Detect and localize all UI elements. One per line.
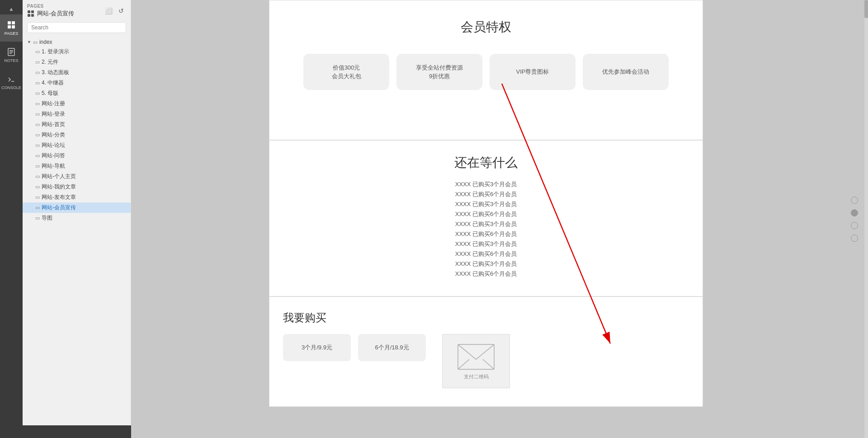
sidebar-item-sitemap[interactable]: ▭ 导图 [23,213,131,223]
page-doc-icon: ▭ [35,205,40,211]
list-item: XXXX 已购买3个月会员 [455,220,517,228]
page-label: 网站-分类 [42,131,65,139]
benefit-card-discount: 享受全站付费资源 9折优惠 [396,54,482,90]
page-doc-icon: ▭ [35,101,40,107]
page-doc-icon: ▭ [35,194,40,200]
page-doc-icon: ▭ [35,111,40,117]
benefit-card-vip: VIP尊贵图标 [490,54,576,90]
page-label: 网站-个人主页 [42,173,76,180]
folder-icon: ▭ [33,39,38,45]
sidebar: PAGES 网站-会员宣传 ⬜ ↺ ▼ ▭ index [23,0,131,438]
sidebar-item-member[interactable]: ▭ 网站-会员宣传 [23,203,131,213]
sidebar-item-login-demo[interactable]: ▭ 1. 登录演示 [23,47,131,57]
canvas-inner: 会员特权 价值300元 会员大礼包 享受全站付费资源 9折优惠 VIP尊贵图标 … [131,0,868,438]
list-item: XXXX 已购买3个月会员 [455,180,517,188]
page-doc-icon: ▭ [35,174,40,179]
page-doc-icon: ▭ [35,132,40,138]
buy-card-3m[interactable]: 3个月/9.9元 [283,334,351,361]
toolbar-item-console[interactable]: CONSOLE [0,69,23,96]
sidebar-item-home[interactable]: ▭ 网站-首页 [23,119,131,130]
pagination-dot-3[interactable] [851,222,858,229]
sidebar-item-nav[interactable]: ▭ 网站-导航 [23,161,131,171]
notes-label: NOTES [4,58,18,63]
toolbar-item-notes[interactable]: NOTES [0,42,23,69]
pages-section-label: PAGES [27,4,74,9]
sidebar-item-login[interactable]: ▭ 网站-登录 [23,109,131,119]
membership-title: 会员特权 [283,19,689,36]
sidebar-item-dynamic-panel[interactable]: ▭ 3. 动态面板 [23,67,131,78]
page-doc-icon: ▭ [35,184,40,190]
buy-title: 我要购买 [283,311,689,325]
page-label: 1. 登录演示 [42,48,69,56]
waiting-title: 还在等什么 [283,154,689,171]
sidebar-item-category[interactable]: ▭ 网站-分类 [23,130,131,140]
list-item: XXXX 已购买3个月会员 [455,240,517,248]
page-doc-icon: ▭ [35,153,40,159]
qrcode-label: 支付二维码 [464,373,489,380]
sidebar-item-forum[interactable]: ▭ 网站-论坛 [23,140,131,151]
sidebar-item-components[interactable]: ▭ 2. 元件 [23,57,131,67]
sidebar-item-register[interactable]: ▭ 网站-注册 [23,99,131,109]
pages-label: PAGES [5,31,18,36]
section-membership: 会员特权 价值300元 会员大礼包 享受全站付费资源 9折优惠 VIP尊贵图标 … [269,0,703,140]
benefit-card-summit: 优先参加峰会活动 [583,54,669,90]
group-header-index[interactable]: ▼ ▭ index [23,38,131,47]
page-label: 网站-登录 [42,110,65,118]
left-toolbar: ▲ PAGES NOTES CONSOLE [0,0,23,438]
svg-rect-11 [28,14,30,17]
sidebar-item-qa[interactable]: ▭ 网站-问答 [23,151,131,161]
list-item: XXXX 已购买3个月会员 [455,260,517,268]
page-doc-icon: ▭ [35,163,40,169]
sidebar-item-relay[interactable]: ▭ 4. 中继器 [23,78,131,88]
svg-rect-2 [8,25,11,28]
sidebar-item-profile[interactable]: ▭ 网站-个人主页 [23,171,131,182]
toolbar-chevron-up[interactable]: ▲ [0,4,23,14]
list-item: XXXX 已购买6个月会员 [455,210,517,218]
pagination-dot-4[interactable] [851,235,858,242]
pagination-dot-1[interactable] [851,197,858,204]
page-doc-icon: ▭ [35,49,40,55]
sidebar-item-master[interactable]: ▭ 5. 母版 [23,88,131,99]
benefits-row: 价值300元 会员大礼包 享受全站付费资源 9折优惠 VIP尊贵图标 优先参加峰… [283,54,689,90]
refresh-icon[interactable]: ↺ [116,6,126,16]
pages-list: ▼ ▭ index ▭ 1. 登录演示 ▭ 2. 元件 ▭ 3. 动态面板 ▭ … [23,37,131,438]
purchase-list: XXXX 已购买3个月会员 XXXX 已购买6个月会员 XXXX 已购买3个月会… [283,180,689,278]
page-label: 2. 元件 [42,58,58,66]
benefit-text: 享受全站付费资源 9折优惠 [416,63,463,81]
toolbar-item-pages[interactable]: PAGES [0,14,23,42]
pages-group-index: ▼ ▭ index ▭ 1. 登录演示 ▭ 2. 元件 ▭ 3. 动态面板 ▭ … [23,37,131,224]
right-scrollbar[interactable] [864,0,868,438]
group-label-index: index [39,39,52,45]
sidebar-item-my-articles[interactable]: ▭ 网站-我的文章 [23,182,131,192]
page-doc-icon: ▭ [35,59,40,65]
list-item: XXXX 已购买6个月会员 [455,230,517,238]
page-label: 网站-我的文章 [42,183,76,191]
svg-line-14 [458,359,469,369]
pagination-dot-2[interactable] [851,209,858,217]
page-doc-icon: ▭ [35,80,40,86]
svg-rect-12 [31,14,34,17]
page-label: 5. 母版 [42,89,58,97]
benefit-text: VIP尊贵图标 [516,67,549,76]
page-label: 网站-注册 [42,100,65,108]
page-label: 网站-论坛 [42,141,65,149]
page-doc-icon: ▭ [35,70,40,75]
buy-card-6m[interactable]: 6个月/18.9元 [358,334,426,361]
qrcode-box: 支付二维码 [442,334,510,388]
page-grid-icon [27,10,34,17]
export-icon[interactable]: ⬜ [104,6,113,16]
pages-icon [7,20,16,29]
page-doc-icon: ▭ [35,122,40,127]
sidebar-item-publish[interactable]: ▭ 网站-发布文章 [23,192,131,203]
svg-rect-1 [12,21,15,24]
section-buy: 我要购买 3个月/9.9元 6个月/18.9元 [269,297,703,407]
svg-rect-9 [28,10,30,13]
list-item: XXXX 已购买3个月会员 [455,200,517,208]
search-input[interactable] [31,24,122,31]
scrollbar-thumb [864,0,868,18]
bottom-bar: CLOSE [23,425,131,438]
sidebar-page-title: 网站-会员宣传 [37,9,74,18]
page-label: 导图 [42,214,52,222]
plan-3m-label: 3个月/9.9元 [302,344,332,352]
benefit-text: 价值300元 会员大礼包 [332,63,361,81]
